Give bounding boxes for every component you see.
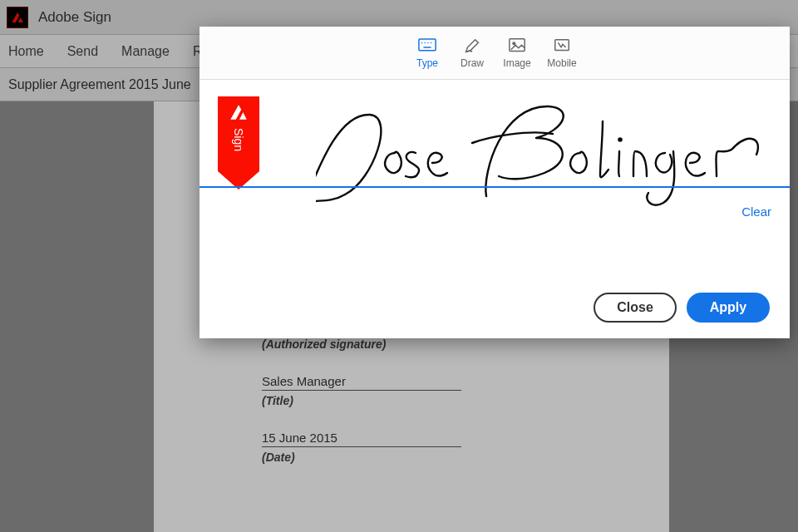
signature-modal: Type Draw Image Mobile Sign (200, 27, 790, 338)
sign-badge-label: Sign (232, 128, 245, 151)
svg-rect-0 (419, 39, 436, 51)
apply-button[interactable]: Apply (687, 293, 770, 323)
keyboard-icon (418, 37, 436, 54)
mobile-icon (553, 37, 571, 54)
signature-preview[interactable] (316, 96, 773, 213)
svg-point-9 (618, 138, 621, 140)
adobe-icon (228, 101, 249, 123)
tab-image-label: Image (503, 57, 530, 69)
close-button[interactable]: Close (594, 293, 677, 323)
tab-mobile-label: Mobile (547, 57, 576, 69)
tab-draw[interactable]: Draw (453, 37, 491, 69)
signature-baseline (200, 186, 790, 188)
clear-signature-link[interactable]: Clear (741, 204, 771, 219)
modal-footer: Close Apply (200, 277, 790, 338)
tab-mobile[interactable]: Mobile (543, 37, 581, 69)
signature-mode-tabs: Type Draw Image Mobile (200, 27, 790, 80)
modal-body: Sign (200, 80, 790, 277)
pen-icon (463, 37, 481, 54)
tab-image[interactable]: Image (498, 37, 536, 69)
svg-point-7 (513, 42, 515, 45)
tab-type-label: Type (416, 57, 438, 69)
image-icon (508, 37, 526, 54)
tab-type[interactable]: Type (408, 37, 446, 69)
tab-draw-label: Draw (461, 57, 484, 69)
sign-here-tag: Sign (218, 96, 259, 190)
